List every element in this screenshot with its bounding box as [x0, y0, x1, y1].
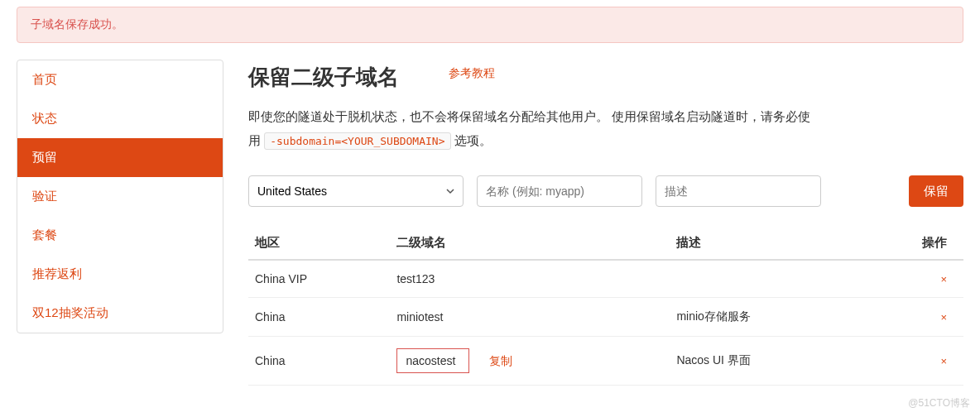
region-select-wrap: United States	[248, 175, 464, 207]
cell-subdomain: miniotest	[390, 298, 670, 337]
description-input[interactable]	[656, 175, 821, 207]
title-row: 保留二级子域名 参考教程	[248, 63, 963, 92]
delete-button[interactable]: ×	[940, 355, 947, 367]
domains-table: 地区 二级域名 描述 操作 China VIP test123 × China …	[248, 227, 963, 386]
copy-link[interactable]: 复制	[489, 354, 512, 367]
cell-subdomain: test123	[390, 260, 670, 298]
th-description: 描述	[670, 227, 859, 260]
region-select[interactable]: United States	[248, 175, 464, 207]
description: 即使您的隧道处于脱机状态，也不会将保留域名分配给其他用户。 使用保留域名启动隧道…	[248, 105, 811, 152]
cell-region: China VIP	[248, 260, 390, 298]
th-region: 地区	[248, 227, 390, 260]
th-subdomain: 二级域名	[390, 227, 670, 260]
sidebar: 首页 状态 预留 验证 套餐 推荐返利 双12抽奖活动	[17, 60, 223, 333]
cell-description	[670, 260, 859, 298]
desc-part2: 选项。	[451, 133, 492, 147]
reserve-button[interactable]: 保留	[909, 175, 963, 207]
sidebar-item-referral[interactable]: 推荐返利	[17, 255, 223, 294]
cell-subdomain: nacostest 复制	[390, 337, 670, 386]
desc-code: -subdomain=<YOUR_SUBDOMAIN>	[264, 132, 450, 150]
sidebar-item-home[interactable]: 首页	[17, 60, 223, 99]
sidebar-item-plan[interactable]: 套餐	[17, 216, 223, 255]
layout: 首页 状态 预留 验证 套餐 推荐返利 双12抽奖活动 保留二级子域名 参考教程…	[0, 60, 980, 386]
cell-description: Nacos UI 界面	[670, 337, 859, 386]
sidebar-item-status[interactable]: 状态	[17, 99, 223, 138]
page-title: 保留二级子域名	[248, 63, 399, 92]
delete-button[interactable]: ×	[940, 273, 947, 285]
highlighted-subdomain: nacostest	[396, 348, 469, 373]
table-row: China miniotest minio存储服务 ×	[248, 298, 963, 337]
sidebar-item-verify[interactable]: 验证	[17, 177, 223, 216]
sidebar-item-lottery[interactable]: 双12抽奖活动	[17, 294, 223, 333]
success-alert: 子域名保存成功。	[17, 7, 963, 43]
delete-button[interactable]: ×	[940, 311, 947, 324]
cell-region: China	[248, 337, 390, 386]
tutorial-link[interactable]: 参考教程	[449, 63, 495, 81]
main-content: 保留二级子域名 参考教程 即使您的隧道处于脱机状态，也不会将保留域名分配给其他用…	[248, 60, 963, 386]
cell-description: minio存储服务	[670, 298, 859, 337]
table-row: China nacostest 复制 Nacos UI 界面 ×	[248, 337, 963, 386]
alert-text: 子域名保存成功。	[31, 17, 123, 31]
table-row: China VIP test123 ×	[248, 260, 963, 298]
cell-region: China	[248, 298, 390, 337]
sidebar-item-reserve[interactable]: 预留	[17, 138, 223, 177]
reserve-form: United States 保留	[248, 175, 963, 207]
th-action: 操作	[859, 227, 963, 260]
name-input[interactable]	[477, 175, 642, 207]
